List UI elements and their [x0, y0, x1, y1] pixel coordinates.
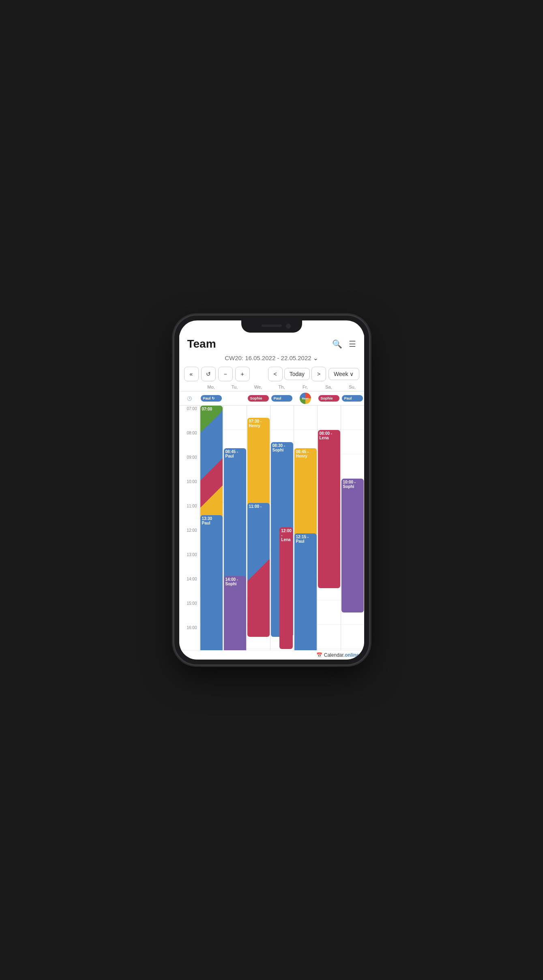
col-friday[interactable]: 08:45 - Henry 12:15 - Paul 17:30 - [294, 406, 317, 650]
calendar-area: Mo, Tu, We, Th, Fr, Sa, Su, 🕐 Paul ↻ [179, 383, 364, 650]
day-headers: Mo, Tu, We, Th, Fr, Sa, Su, [179, 383, 364, 391]
menu-icon[interactable]: ☰ [349, 339, 356, 349]
event-tu-sophie-time: 14:00 - [225, 577, 245, 582]
allday-row: 🕐 Paul ↻ Sophie Paul [179, 391, 364, 406]
event-sa-lena-time: 08:00 - [320, 431, 339, 436]
col-sunday[interactable]: 10:00 - Sophi [341, 406, 364, 650]
allday-event-paul-mo[interactable]: Paul ↻ [201, 395, 222, 402]
refresh-button[interactable]: ↺ [201, 367, 216, 381]
date-range[interactable]: CW20: 16.05.2022 - 22.05.2022 ⌄ [179, 353, 364, 365]
event-mo-paul-time: 13:30 [202, 516, 221, 521]
notch-speaker [262, 325, 282, 327]
allday-event-sophie-sa[interactable]: Sophie [318, 395, 339, 402]
allday-we[interactable]: Sophie [247, 394, 270, 403]
screen-content: Team 🔍 ☰ CW20: 16.05.2022 - 22.05.2022 ⌄… [179, 333, 364, 660]
col-tuesday[interactable]: 08:45 - Paul 14:00 - Sophi [223, 406, 247, 650]
event-mo-multicolor[interactable]: 07:00 [200, 406, 223, 519]
event-mo-time: 07:00 [202, 407, 221, 411]
time-16: 16:00 [179, 625, 200, 649]
prev-button[interactable]: < [268, 367, 283, 381]
time-10: 10:00 [179, 479, 200, 503]
col-wednesday[interactable]: 07:30 - Henry 11:00 - [247, 406, 270, 650]
event-tu-sophie-name: Sophi [225, 582, 245, 586]
zoom-out-button[interactable]: − [218, 367, 233, 381]
time-17: 17:00 [179, 649, 200, 650]
event-we-11-time: 11:00 - [249, 504, 268, 509]
day-header-tu: Tu, [223, 385, 247, 389]
event-fr-henry-time: 08:45 - [296, 449, 315, 454]
event-fr-paul[interactable]: 12:15 - Paul [294, 533, 317, 650]
allday-sa[interactable]: Sophie [317, 394, 341, 403]
meeting-label: Meet [302, 397, 309, 400]
event-su-sophie[interactable]: 10:00 - Sophi [341, 479, 364, 612]
time-header-spacer [179, 385, 200, 389]
allday-event-paul-su[interactable]: Paul [342, 395, 363, 402]
event-tu-time: 08:45 - [225, 449, 245, 454]
back-back-button[interactable]: « [184, 367, 199, 381]
brand-cal: Calendar. [324, 652, 345, 658]
notch-camera [286, 324, 291, 329]
allday-time-icon: 🕐 [179, 396, 200, 401]
event-we-henry-time: 07:30 - [249, 419, 268, 423]
header-icons: 🔍 ☰ [332, 339, 356, 349]
allday-th[interactable]: Paul [270, 394, 294, 403]
allday-su[interactable]: Paul [341, 394, 364, 403]
time-07: 07:00 [179, 406, 200, 430]
time-09: 09:00 [179, 454, 200, 479]
col-thursday[interactable]: 08:30 - Sophi 12:00 - Lena [270, 406, 294, 650]
day-header-we: We, [247, 385, 270, 389]
phone-screen: Team 🔍 ☰ CW20: 16.05.2022 - 22.05.2022 ⌄… [179, 320, 364, 660]
time-13: 13:00 [179, 552, 200, 576]
event-su-sophie-name: Sophi [343, 484, 362, 489]
search-icon[interactable]: 🔍 [332, 339, 342, 349]
event-th-lena[interactable]: 12:00 - Lena [279, 527, 293, 649]
today-button[interactable]: Today [284, 368, 310, 380]
time-grid[interactable]: 07:00 08:00 09:00 10:00 11:00 12:00 13:0… [179, 406, 364, 650]
time-labels-col: 07:00 08:00 09:00 10:00 11:00 12:00 13:0… [179, 406, 200, 650]
day-header-fr: Fr, [294, 385, 317, 389]
day-header-mo: Mo, [200, 385, 223, 389]
event-sa-lena-name: Lena [320, 436, 339, 440]
brand-online: online [345, 652, 359, 658]
event-th-sophie-time: 08:30 - [273, 443, 292, 448]
toolbar: « ↺ − + < Today > Week ∨ [179, 365, 364, 383]
allday-tu [223, 398, 247, 399]
time-11: 11:00 [179, 503, 200, 527]
time-12: 12:00 [179, 527, 200, 552]
day-header-su: Su, [341, 385, 364, 389]
phone-frame: Team 🔍 ☰ CW20: 16.05.2022 - 22.05.2022 ⌄… [174, 316, 369, 664]
event-th-lena-name: Lena [281, 537, 291, 542]
allday-meeting-fr[interactable]: Meet [300, 393, 311, 404]
col-saturday[interactable]: 08:00 - Lena [317, 406, 341, 650]
time-08: 08:00 [179, 430, 200, 454]
allday-mo[interactable]: Paul ↻ [200, 394, 223, 403]
event-tu-sophie[interactable]: 14:00 - Sophi [224, 576, 246, 650]
next-button[interactable]: > [311, 367, 326, 381]
time-14: 14:00 [179, 576, 200, 600]
event-th-lena-time: 12:00 - [281, 529, 291, 537]
event-mo-paul-name: Paul [202, 521, 221, 525]
time-15: 15:00 [179, 600, 200, 625]
app-header: Team 🔍 ☰ [179, 333, 364, 353]
day-header-sa: Sa, [317, 385, 341, 389]
event-fr-henry-name: Henry [296, 454, 315, 458]
allday-event-sophie-we[interactable]: Sophie [248, 395, 269, 402]
event-sa-lena[interactable]: 08:00 - Lena [318, 430, 340, 588]
event-we-henry[interactable]: 07:30 - Henry [247, 418, 270, 511]
notch [241, 320, 302, 333]
event-mo-paul-afternoon[interactable]: 13:30 Paul [200, 515, 223, 650]
allday-event-paul-th[interactable]: Paul [271, 395, 292, 402]
app-title: Team [187, 337, 216, 350]
footer-brand: 📅 Calendar.online [179, 650, 364, 660]
allday-fr[interactable]: Meet [294, 391, 317, 405]
event-fr-paul-name: Paul [296, 539, 315, 544]
grid-content: 07:00 08:00 09:00 10:00 11:00 12:00 13:0… [179, 406, 364, 650]
day-header-th: Th, [270, 385, 294, 389]
zoom-in-button[interactable]: + [235, 367, 250, 381]
event-th-sophie-name: Sophi [273, 448, 292, 452]
week-selector[interactable]: Week ∨ [328, 368, 359, 380]
event-we-11[interactable]: 11:00 - [247, 503, 270, 637]
nav-group: < Today > [268, 367, 326, 381]
event-su-sophie-time: 10:00 - [343, 480, 362, 484]
col-monday[interactable]: 07:00 13:30 Paul [200, 406, 223, 650]
